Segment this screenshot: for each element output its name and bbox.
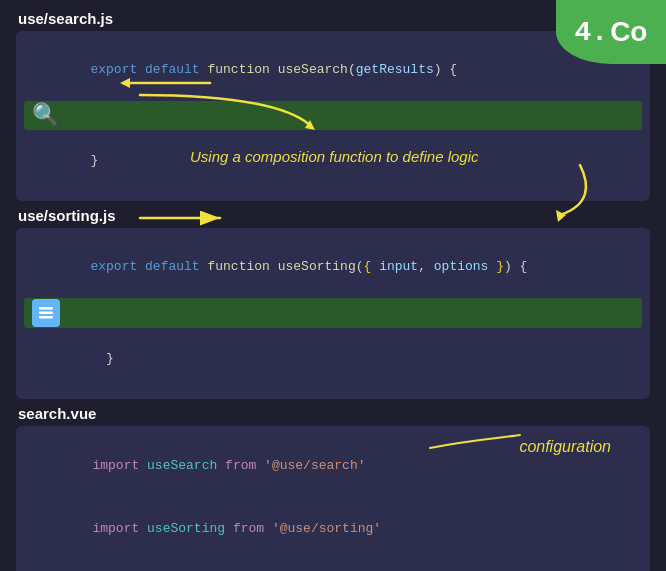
badge-number: 4. [575,17,609,48]
badge-text: Co [610,16,647,48]
code-line-close-sorting: } [28,328,638,390]
config-label: configuration [519,438,611,456]
highlight-row-search: 🔍 [24,101,642,130]
step-badge: 4. Co [556,0,666,64]
vue-import-2: import useSorting from '@use/sorting' [30,498,636,560]
magnifier-icon: 🔍 [32,102,59,129]
section-title-search: use/search.js [16,10,650,27]
svg-rect-0 [39,307,53,310]
section-sorting-js: use/sorting.js export default function u… [16,207,650,399]
section-title-vue: search.vue [16,405,650,422]
highlight-row-sorting [24,298,642,328]
section-search-vue: search.vue import useSearch from '@use/s… [16,405,650,571]
lines-icon [32,299,60,327]
section-title-sorting: use/sorting.js [16,207,650,224]
composition-label: Using a composition function to define l… [190,148,479,165]
section-search-js: use/search.js export default function us… [16,10,650,201]
svg-rect-2 [39,316,53,319]
code-line-sorting-1: export default function useSorting({ inp… [28,236,638,298]
code-line-1: export default function useSearch(getRes… [28,39,638,101]
code-block-sorting: export default function useSorting({ inp… [16,228,650,399]
code-block-search: export default function useSearch(getRes… [16,31,650,201]
svg-rect-1 [39,312,53,315]
page-container: 4. Co use/search.js export default funct… [0,0,666,571]
